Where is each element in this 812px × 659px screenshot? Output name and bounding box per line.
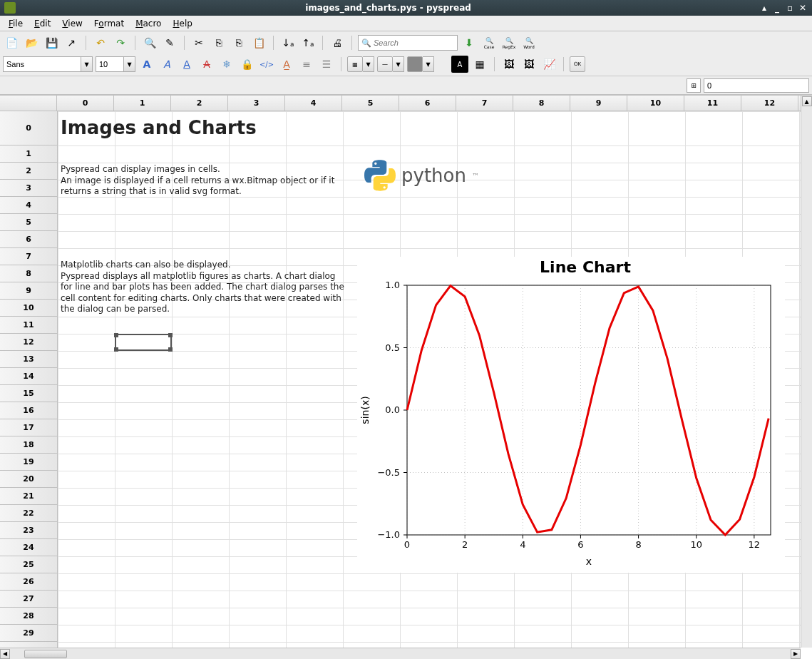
- menu-macro[interactable]: Macro: [130, 17, 167, 30]
- new-file-button[interactable]: 📄: [3, 34, 20, 51]
- link-image-button[interactable]: 🖼: [520, 56, 538, 73]
- row-header[interactable]: 6: [0, 231, 57, 248]
- col-header[interactable]: 4: [285, 96, 342, 111]
- font-size-input[interactable]: [96, 56, 124, 72]
- menu-edit[interactable]: Edit: [29, 17, 56, 30]
- scroll-up-button[interactable]: ▲: [802, 96, 812, 106]
- col-header[interactable]: 7: [456, 96, 513, 111]
- col-header[interactable]: 1: [114, 96, 171, 111]
- freeze-button[interactable]: ❄: [218, 56, 235, 73]
- vertical-scrollbar[interactable]: ▲: [801, 96, 812, 648]
- col-header[interactable]: 9: [570, 96, 627, 111]
- row-header[interactable]: 4: [0, 197, 57, 214]
- markup-button[interactable]: </>: [258, 56, 275, 73]
- row-header[interactable]: 13: [0, 351, 57, 368]
- search-go-button[interactable]: ⬇: [461, 34, 478, 51]
- scroll-left-button[interactable]: ◀: [0, 649, 10, 659]
- align-left-button[interactable]: ≡: [298, 56, 315, 73]
- row-header[interactable]: 9: [0, 282, 57, 300]
- row-header[interactable]: 12: [0, 334, 57, 351]
- merge-cells-button[interactable]: OK: [570, 56, 585, 72]
- row-header[interactable]: 0: [0, 111, 57, 145]
- row-header[interactable]: 14: [0, 368, 57, 385]
- row-header[interactable]: 22: [0, 505, 57, 522]
- row-header[interactable]: 20: [0, 471, 57, 488]
- hscroll-thumb[interactable]: [24, 650, 67, 658]
- search-case-button[interactable]: 🔍Case: [480, 34, 498, 51]
- row-header[interactable]: 19: [0, 454, 57, 471]
- maximize-alt-button[interactable]: ▴: [759, 3, 769, 13]
- row-header[interactable]: 1: [0, 145, 57, 163]
- menu-format[interactable]: Format: [88, 17, 130, 30]
- font-family-input[interactable]: [3, 56, 81, 72]
- save-file-button[interactable]: 💾: [43, 34, 60, 51]
- row-header[interactable]: 7: [0, 248, 57, 265]
- col-header[interactable]: 10: [627, 96, 684, 111]
- close-button[interactable]: ✕: [798, 3, 808, 13]
- copy-button[interactable]: ⎘: [210, 34, 227, 51]
- font-size-combo[interactable]: ▼: [96, 56, 135, 72]
- scroll-right-button[interactable]: ▶: [791, 649, 801, 659]
- italic-button[interactable]: A: [158, 56, 175, 73]
- lock-button[interactable]: 🔒: [238, 56, 255, 73]
- find-replace-button[interactable]: ✎: [161, 34, 178, 51]
- search-input[interactable]: [374, 39, 454, 47]
- col-header[interactable]: 0: [57, 96, 114, 111]
- row-header[interactable]: 2: [0, 163, 57, 180]
- col-header[interactable]: 11: [684, 96, 741, 111]
- insert-chart-button[interactable]: 📈: [540, 56, 557, 73]
- menu-help[interactable]: Help: [167, 17, 197, 30]
- select-all-corner[interactable]: [0, 96, 57, 111]
- minimize-button[interactable]: _: [772, 3, 782, 13]
- col-header[interactable]: 5: [342, 96, 399, 111]
- row-header[interactable]: 11: [0, 317, 57, 334]
- row-header[interactable]: 23: [0, 522, 57, 539]
- formula-input[interactable]: [704, 78, 809, 93]
- col-header[interactable]: 3: [228, 96, 285, 111]
- border-color-combo[interactable]: ▼: [407, 56, 434, 72]
- row-header[interactable]: 15: [0, 385, 57, 402]
- row-header[interactable]: 3: [0, 180, 57, 197]
- bold-button[interactable]: A: [138, 56, 155, 73]
- align-top-button[interactable]: ☰: [318, 56, 335, 73]
- col-header[interactable]: 6: [399, 96, 456, 111]
- menu-file[interactable]: File: [3, 17, 29, 30]
- col-header[interactable]: 12: [741, 96, 798, 111]
- horizontal-scrollbar[interactable]: ◀ ▶: [0, 648, 801, 659]
- strikethrough-button[interactable]: A: [198, 56, 215, 73]
- font-family-combo[interactable]: ▼: [3, 56, 93, 72]
- text-color-button[interactable]: A: [451, 56, 468, 73]
- col-header[interactable]: 2: [171, 96, 228, 111]
- menu-view[interactable]: View: [56, 17, 88, 30]
- undo-button[interactable]: ↶: [92, 34, 109, 51]
- export-button[interactable]: ↗: [63, 34, 80, 51]
- sort-asc-button[interactable]: ↓ₐ: [279, 34, 297, 51]
- border-style-combo[interactable]: ▦▼: [347, 56, 374, 72]
- border-width-combo[interactable]: —▼: [377, 56, 404, 72]
- underline-button[interactable]: A: [178, 56, 195, 73]
- row-header[interactable]: 17: [0, 419, 57, 436]
- print-button[interactable]: 🖨: [329, 34, 346, 51]
- cut-button[interactable]: ✂: [190, 34, 207, 51]
- copy-results-button[interactable]: ⎘: [230, 34, 247, 51]
- paste-button[interactable]: 📋: [250, 34, 267, 51]
- row-header[interactable]: 16: [0, 402, 57, 419]
- row-header[interactable]: 24: [0, 539, 57, 556]
- open-file-button[interactable]: 📂: [23, 34, 40, 51]
- row-header[interactable]: 18: [0, 436, 57, 454]
- table-choice-icon[interactable]: ⊞: [687, 78, 701, 93]
- row-header[interactable]: 28: [0, 608, 57, 625]
- row-header[interactable]: 25: [0, 556, 57, 573]
- row-header[interactable]: 26: [0, 573, 57, 591]
- col-header[interactable]: 8: [513, 96, 570, 111]
- search-box[interactable]: 🔍: [358, 35, 458, 51]
- redo-button[interactable]: ↷: [112, 34, 129, 51]
- font-family-dropdown-icon[interactable]: ▼: [81, 56, 93, 72]
- row-header[interactable]: 5: [0, 214, 57, 231]
- insert-image-button[interactable]: 🖼: [500, 56, 518, 73]
- row-header[interactable]: 27: [0, 591, 57, 608]
- search-regex-button[interactable]: 🔍RegEx: [500, 34, 518, 51]
- font-size-dropdown-icon[interactable]: ▼: [124, 56, 135, 72]
- maximize-button[interactable]: ▫: [785, 3, 795, 13]
- row-header[interactable]: 21: [0, 488, 57, 505]
